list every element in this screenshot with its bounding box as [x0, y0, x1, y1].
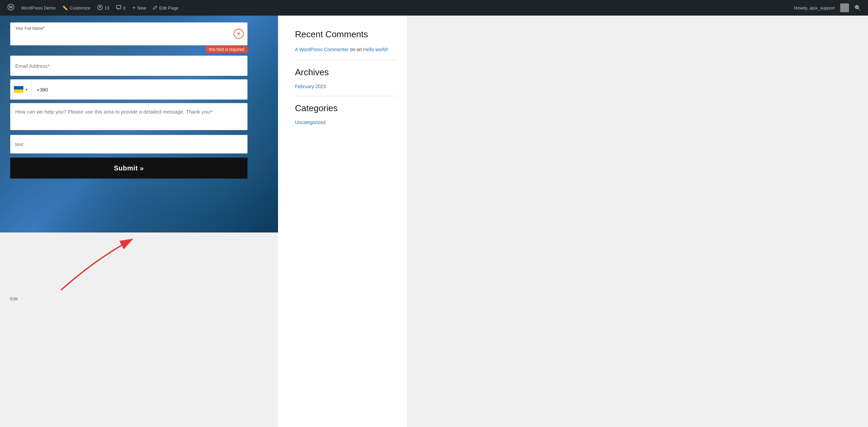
- archive-link[interactable]: February 2023: [295, 84, 397, 89]
- full-name-field-group: Your Full Name* × this field is required: [10, 22, 248, 45]
- edit-icon: [153, 5, 158, 11]
- comments-count: 0: [123, 5, 125, 11]
- recent-comment-item: A WordPress Commenter on on Hello world!: [295, 46, 397, 53]
- hero-section: Your Full Name* × this field is required: [0, 16, 278, 232]
- recent-comments-title: Recent Comments: [295, 29, 397, 40]
- edit-link[interactable]: Edit: [10, 293, 18, 304]
- admin-bar: W WordPress Demo ✏️ Customize 13 0 + New…: [0, 0, 868, 16]
- plus-icon: +: [132, 5, 135, 11]
- howdy-text: Howdy, apix_support: [791, 5, 837, 11]
- full-name-label: Your Full Name*: [15, 26, 45, 31]
- error-message: this field is required: [209, 47, 244, 52]
- customize-icon: ✏️: [62, 5, 68, 11]
- phone-input[interactable]: [32, 80, 247, 99]
- updates-icon: [97, 5, 103, 11]
- contact-form: Your Full Name* × this field is required: [0, 16, 258, 192]
- phone-field-wrapper: ▼: [10, 79, 248, 100]
- updates-link[interactable]: 13: [94, 0, 113, 16]
- new-label: New: [137, 5, 146, 11]
- edit-page-link[interactable]: Edit Page: [150, 0, 182, 16]
- edit-page-label: Edit Page: [159, 5, 178, 11]
- red-arrow-svg: [27, 232, 163, 293]
- message-textarea[interactable]: [10, 103, 248, 130]
- ukraine-flag: [14, 86, 23, 93]
- submit-label: Submit »: [114, 164, 144, 172]
- comments-icon: [116, 5, 121, 11]
- site-name-label: WordPress Demo: [21, 5, 56, 11]
- email-input[interactable]: [10, 56, 248, 76]
- on-text: on: [350, 47, 355, 52]
- updates-count: 13: [104, 5, 109, 11]
- arrow-annotation: [0, 232, 278, 293]
- customize-label: Customize: [70, 5, 90, 11]
- email-field-wrapper: [10, 56, 248, 76]
- chevron-down-icon: ▼: [25, 88, 28, 92]
- categories-title: Categories: [295, 103, 397, 114]
- admin-bar-right: Howdy, apix_support 🔍: [791, 3, 864, 12]
- site-name-link[interactable]: WordPress Demo: [18, 0, 59, 16]
- search-icon[interactable]: 🔍: [852, 5, 864, 11]
- edit-link-wrapper: Edit: [0, 293, 278, 311]
- comments-link[interactable]: 0: [113, 0, 129, 16]
- category-link[interactable]: Uncategorized: [295, 120, 397, 125]
- wp-logo[interactable]: W: [4, 0, 18, 16]
- phone-flag-selector[interactable]: ▼: [11, 80, 32, 99]
- submit-button[interactable]: Submit »: [10, 158, 248, 179]
- on-word: on: [357, 47, 363, 52]
- post-link[interactable]: Hello world!: [363, 47, 388, 52]
- page-wrapper: Your Full Name* × this field is required: [0, 16, 868, 427]
- new-link[interactable]: + New: [129, 0, 149, 16]
- sidebar: Recent Comments A WordPress Commenter on…: [278, 16, 407, 427]
- text-input[interactable]: [10, 135, 248, 154]
- avatar[interactable]: [840, 3, 849, 12]
- message-field-wrapper: [10, 103, 248, 131]
- error-badge: this field is required: [206, 46, 248, 53]
- main-content: Your Full Name* × this field is required: [0, 16, 278, 427]
- divider-2: [295, 96, 397, 96]
- text-field-wrapper: [10, 135, 248, 154]
- archives-title: Archives: [295, 67, 397, 78]
- wp-icon: W: [7, 4, 14, 12]
- divider-1: [295, 60, 397, 60]
- customize-link[interactable]: ✏️ Customize: [59, 0, 94, 16]
- clear-icon: ×: [237, 31, 240, 37]
- clear-button[interactable]: ×: [234, 29, 244, 39]
- commenter-link[interactable]: A WordPress Commenter: [295, 47, 349, 52]
- svg-text:W: W: [9, 5, 13, 9]
